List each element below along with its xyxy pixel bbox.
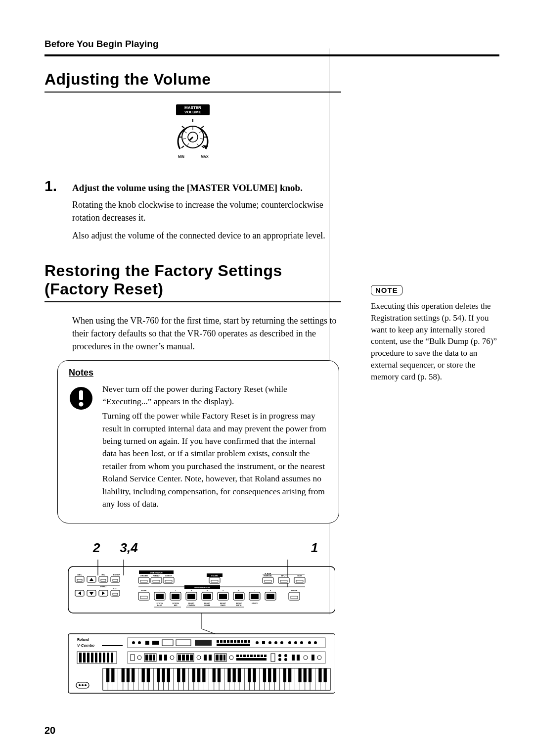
- svg-rect-148: [227, 640, 229, 643]
- step-heading: Adjust the volume using the [MASTER VOLU…: [72, 183, 303, 193]
- svg-text:MIDI: MIDI: [174, 605, 178, 607]
- svg-text:EDIT: EDIT: [297, 574, 302, 577]
- svg-point-187: [229, 656, 233, 660]
- svg-rect-101: [267, 594, 274, 599]
- svg-rect-170: [149, 655, 152, 661]
- svg-point-167: [137, 656, 141, 660]
- svg-rect-149: [230, 640, 233, 643]
- svg-line-6: [201, 126, 204, 128]
- section-title-factory-reset: Restoring the Factory Settings (Factory …: [44, 262, 341, 302]
- svg-text:V-LINK: V-LINK: [211, 574, 219, 577]
- svg-point-210: [79, 684, 81, 686]
- svg-rect-262: [132, 668, 134, 682]
- svg-rect-185: [220, 655, 222, 661]
- svg-point-207: [317, 656, 321, 660]
- svg-line-9: [181, 146, 184, 148]
- running-head: Before You Begin Playing: [44, 39, 499, 49]
- svg-point-161: [288, 641, 291, 644]
- svg-rect-128: [83, 653, 86, 662]
- svg-point-200: [278, 658, 281, 661]
- svg-rect-36: [113, 579, 118, 581]
- svg-rect-273: [213, 668, 216, 682]
- step-body-2: Also adjust the volume of the connected …: [72, 229, 341, 242]
- svg-rect-195: [261, 655, 263, 657]
- svg-rect-184: [216, 655, 219, 661]
- svg-rect-266: [162, 668, 165, 682]
- callout-34: 3,4: [120, 540, 137, 556]
- svg-point-158: [268, 641, 271, 644]
- callout-1: 1: [311, 540, 318, 556]
- min-label: MIN: [178, 155, 184, 158]
- svg-point-139: [138, 641, 141, 644]
- svg-rect-289: [324, 668, 327, 682]
- svg-rect-275: [227, 668, 230, 682]
- svg-rect-260: [122, 668, 125, 682]
- svg-point-163: [300, 641, 303, 644]
- svg-text:PIANO: PIANO: [221, 605, 226, 607]
- max-label: MAX: [201, 155, 209, 158]
- svg-rect-59: [211, 580, 218, 582]
- svg-text:EXIT: EXIT: [113, 587, 118, 590]
- svg-rect-95: [235, 594, 243, 599]
- svg-rect-42: [113, 593, 118, 595]
- svg-line-5: [182, 126, 184, 128]
- svg-rect-172: [159, 655, 162, 661]
- master-volume-figure: MASTER VOLUME: [44, 104, 341, 165]
- svg-rect-259: [111, 668, 114, 682]
- svg-point-202: [284, 658, 287, 661]
- svg-rect-258: [106, 668, 109, 682]
- svg-point-160: [280, 641, 283, 644]
- svg-rect-154: [248, 640, 250, 643]
- svg-rect-194: [257, 655, 260, 657]
- svg-rect-89: [203, 594, 211, 599]
- svg-text:UTILITY: UTILITY: [252, 603, 258, 605]
- svg-rect-264: [147, 668, 150, 682]
- svg-rect-55: [165, 580, 172, 582]
- svg-rect-283: [283, 668, 286, 682]
- step-1: 1. Adjust the volume using the [MASTER V…: [44, 178, 341, 194]
- svg-rect-189: [240, 655, 242, 657]
- svg-rect-178: [186, 655, 189, 661]
- svg-rect-206: [312, 655, 314, 661]
- svg-rect-166: [131, 655, 134, 661]
- section-title-volume: Adjusting the Volume: [44, 70, 341, 93]
- svg-point-174: [170, 656, 174, 660]
- svg-rect-140: [145, 641, 149, 645]
- svg-text:REGISTRATION: REGISTRATION: [194, 586, 210, 589]
- svg-rect-83: [172, 594, 179, 599]
- svg-text:VOLUME: VOLUME: [184, 110, 202, 114]
- svg-rect-143: [176, 640, 191, 646]
- svg-rect-127: [79, 653, 82, 662]
- svg-rect-261: [127, 668, 130, 682]
- svg-rect-277: [238, 668, 241, 682]
- svg-rect-133: [103, 653, 105, 662]
- svg-rect-181: [204, 655, 207, 661]
- svg-rect-151: [237, 640, 240, 643]
- svg-rect-54: [153, 580, 160, 582]
- svg-rect-157: [262, 641, 265, 644]
- svg-rect-98: [251, 594, 259, 599]
- svg-rect-279: [253, 668, 256, 682]
- notes-box: Notes Never turn off the power during Fa…: [57, 360, 339, 524]
- svg-rect-286: [304, 668, 307, 682]
- svg-point-138: [132, 641, 135, 644]
- svg-rect-177: [182, 655, 185, 661]
- svg-rect-135: [111, 653, 113, 662]
- svg-rect-191: [247, 655, 249, 657]
- svg-rect-92: [219, 594, 227, 599]
- svg-text:BASIC: BASIC: [157, 605, 163, 607]
- svg-rect-68: [280, 580, 287, 582]
- svg-text:PIANO: PIANO: [153, 574, 160, 577]
- side-column: NOTE Executing this operation deletes th…: [371, 70, 499, 383]
- warning-icon: [69, 386, 93, 513]
- svg-rect-69: [296, 580, 303, 582]
- svg-text:INC: INC: [101, 573, 105, 576]
- svg-text:ORGAN: ORGAN: [140, 574, 148, 577]
- svg-point-156: [256, 641, 259, 644]
- svg-rect-274: [218, 668, 221, 682]
- svg-rect-53: [140, 580, 147, 582]
- svg-rect-171: [153, 655, 155, 661]
- svg-point-199: [278, 654, 281, 657]
- svg-text:BANK: BANK: [141, 589, 147, 592]
- svg-rect-186: [223, 655, 225, 661]
